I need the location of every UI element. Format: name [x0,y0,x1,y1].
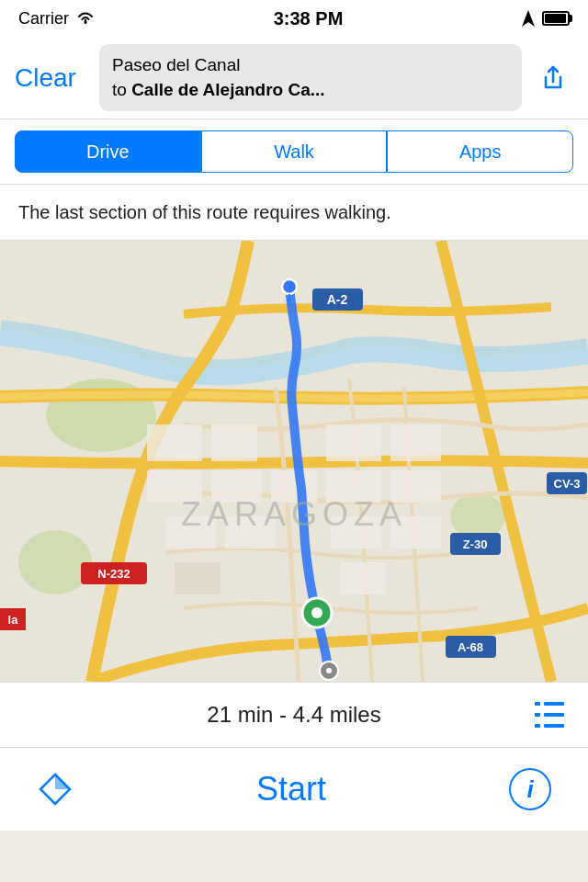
route-from: Paseo del Canal [112,55,240,74]
header: Clear Paseo del Canal to Calle de Alejan… [0,37,588,119]
start-button[interactable]: Start [256,770,326,808]
svg-text:la: la [8,613,19,627]
share-button[interactable] [533,58,573,98]
list-view-button[interactable] [529,695,570,735]
svg-point-35 [311,607,322,618]
carrier-label: Carrier [18,9,69,28]
svg-rect-42 [544,713,564,717]
footer: Start i [0,748,588,831]
location-arrow-icon [522,10,535,27]
svg-text:N-232: N-232 [97,567,130,581]
route-notice: The last section of this route requires … [0,185,588,241]
status-time: 3:38 PM [274,8,344,29]
svg-rect-7 [211,424,257,461]
svg-rect-6 [147,424,202,461]
tab-drive[interactable]: Drive [15,130,201,173]
svg-point-38 [326,668,332,673]
map-svg: A-2 N-232 CV-3 Z-30 A-68 la ZARAGOZA [0,241,588,682]
tab-apps[interactable]: Apps [387,130,573,173]
battery-icon [542,11,570,26]
svg-text:Z-30: Z-30 [463,537,488,551]
status-bar: Carrier 3:38 PM [0,0,588,37]
map-area[interactable]: A-2 N-232 CV-3 Z-30 A-68 la ZARAGOZA [0,241,588,682]
svg-rect-41 [535,713,540,717]
route-stats: 21 min - 4.4 miles [59,702,529,728]
route-to: Calle de Alejandro Ca... [131,80,324,99]
svg-rect-19 [175,562,220,594]
route-info: Paseo del Canal to Calle de Alejandro Ca… [99,44,522,111]
svg-text:CV-3: CV-3 [554,477,581,491]
location-icon [37,771,74,808]
svg-rect-44 [544,724,564,728]
tab-walk[interactable]: Walk [201,130,388,173]
svg-point-0 [85,21,87,24]
status-right-icons [522,10,570,27]
list-icon [535,702,564,728]
svg-rect-43 [535,724,540,728]
svg-rect-20 [340,562,386,594]
svg-rect-12 [390,424,441,461]
svg-point-4 [18,530,92,594]
info-label: i [526,775,533,804]
current-location-button[interactable] [37,771,74,808]
share-icon [540,65,566,91]
svg-text:A-68: A-68 [458,640,483,654]
svg-text:A-2: A-2 [327,292,348,307]
transport-tabs: Drive Walk Apps [0,119,588,185]
svg-point-5 [450,493,505,539]
clear-button[interactable]: Clear [15,63,88,93]
svg-marker-1 [522,10,535,27]
svg-text:ZARAGOZA: ZARAGOZA [181,495,407,533]
info-button[interactable]: i [509,768,551,810]
svg-point-36 [282,279,297,294]
route-stats-bar: 21 min - 4.4 miles [0,682,588,748]
svg-rect-39 [535,702,540,706]
svg-rect-11 [326,424,381,461]
svg-rect-40 [544,702,564,706]
wifi-icon [76,11,95,26]
